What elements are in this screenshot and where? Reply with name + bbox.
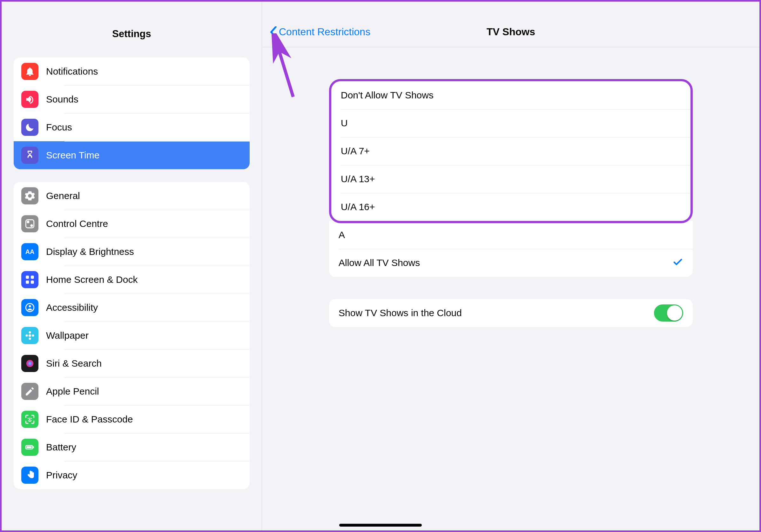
speaker-icon (21, 91, 38, 108)
rating-option[interactable]: U/A 16+ (331, 193, 690, 221)
sidebar-item-label: Face ID & Passcode (46, 414, 133, 425)
svg-point-11 (29, 331, 31, 334)
sidebar-item-label: Siri & Search (46, 358, 102, 369)
sidebar-item-battery[interactable]: Battery (14, 433, 250, 461)
sidebar-item-siri[interactable]: Siri & Search (14, 349, 250, 377)
sidebar-item-label: Display & Brightness (46, 246, 134, 257)
sidebar-item-focus[interactable]: Focus (14, 113, 250, 141)
svg-point-12 (29, 338, 31, 340)
home-indicator (339, 524, 422, 527)
bell-icon (21, 63, 38, 80)
chevron-left-icon (270, 27, 277, 38)
svg-point-15 (27, 360, 34, 367)
sidebar-item-label: Notifications (46, 66, 98, 77)
sidebar-item-screentime[interactable]: Screen Time (14, 141, 250, 169)
back-button-label: Content Restrictions (279, 26, 370, 38)
sidebar-item-label: Focus (46, 122, 72, 133)
detail-pane: Content Restrictions TV Shows Don't Allo… (263, 2, 759, 530)
svg-point-16 (28, 418, 29, 419)
toggle-switch[interactable] (654, 304, 683, 322)
person-icon (21, 299, 38, 316)
svg-point-8 (26, 303, 34, 312)
svg-rect-6 (26, 281, 29, 284)
rating-option[interactable]: Allow All TV Shows (329, 249, 693, 277)
svg-rect-20 (27, 446, 32, 448)
sidebar-item-label: Battery (46, 442, 76, 452)
sidebar-item-label: Sounds (46, 94, 79, 105)
show-cloud-toggle-row[interactable]: Show TV Shows in the Cloud (329, 299, 693, 327)
svg-rect-7 (31, 281, 34, 284)
rating-option-label: A (339, 230, 345, 240)
svg-rect-5 (31, 276, 34, 279)
rating-option[interactable]: U/A 7+ (331, 137, 690, 165)
sidebar-item-label: Accessibility (46, 302, 98, 313)
toggle-label: Show TV Shows in the Cloud (339, 308, 462, 318)
svg-point-10 (29, 334, 31, 337)
svg-point-13 (26, 334, 28, 337)
sidebar-item-general[interactable]: General (14, 182, 250, 210)
rating-option-label: U (341, 118, 348, 129)
battery-icon (21, 439, 38, 456)
sidebar-item-accessibility[interactable]: Accessibility (14, 293, 250, 322)
svg-text:AA: AA (26, 248, 34, 255)
rating-option[interactable]: U (331, 109, 690, 137)
back-button[interactable]: Content Restrictions (263, 26, 370, 38)
settings-sidebar: Settings NotificationsSoundsFocusScreen … (2, 2, 262, 530)
sliders-icon (21, 215, 38, 232)
svg-point-17 (31, 418, 32, 419)
checkmark-icon (673, 257, 683, 269)
rating-option-label: Don't Allow TV Shows (341, 90, 434, 101)
sidebar-item-homescreen[interactable]: Home Screen & Dock (14, 266, 250, 293)
faceid-icon (21, 411, 38, 428)
svg-point-9 (29, 305, 31, 307)
sidebar-item-label: General (46, 190, 80, 201)
rating-option-label: Allow All TV Shows (339, 257, 420, 268)
rating-option-label: U/A 13+ (341, 174, 375, 185)
hand-icon (21, 467, 38, 484)
sidebar-title: Settings (2, 28, 262, 40)
siri-icon (21, 355, 38, 372)
sidebar-item-label: Screen Time (46, 150, 99, 161)
AA-icon: AA (21, 243, 38, 260)
svg-rect-4 (26, 276, 29, 279)
sidebar-item-label: Privacy (46, 470, 77, 481)
sidebar-item-wallpaper[interactable]: Wallpaper (14, 322, 250, 349)
apps-icon (21, 271, 38, 288)
rating-option-label: U/A 7+ (341, 146, 370, 156)
sidebar-item-label: Apple Pencil (46, 386, 99, 397)
sidebar-item-label: Home Screen & Dock (46, 274, 138, 285)
hourglass-icon (21, 147, 38, 164)
flower-icon (21, 327, 38, 344)
sidebar-item-pencil[interactable]: Apple Pencil (14, 377, 250, 405)
svg-point-1 (30, 224, 33, 227)
sidebar-item-faceid[interactable]: Face ID & Passcode (14, 405, 250, 433)
pencil-icon (21, 383, 38, 400)
rating-option[interactable]: Don't Allow TV Shows (331, 81, 690, 109)
sidebar-item-label: Wallpaper (46, 330, 88, 341)
rating-option[interactable]: U/A 13+ (331, 165, 690, 193)
rating-option[interactable]: A (329, 221, 693, 249)
svg-point-14 (32, 334, 34, 337)
sidebar-item-sounds[interactable]: Sounds (14, 85, 250, 113)
svg-point-0 (27, 221, 29, 224)
sidebar-item-display[interactable]: AADisplay & Brightness (14, 238, 250, 266)
annotation-highlight-box: Don't Allow TV ShowsUU/A 7+U/A 13+U/A 16… (329, 79, 693, 223)
svg-rect-19 (33, 446, 34, 448)
moon-icon (21, 119, 38, 136)
svg-rect-2 (26, 220, 34, 228)
sidebar-item-privacy[interactable]: Privacy (14, 461, 250, 489)
gear-icon (21, 187, 38, 204)
sidebar-item-label: Control Centre (46, 218, 108, 229)
sidebar-item-controlcentre[interactable]: Control Centre (14, 210, 250, 238)
rating-option-label: U/A 16+ (341, 201, 375, 212)
sidebar-item-notifications[interactable]: Notifications (14, 57, 250, 85)
